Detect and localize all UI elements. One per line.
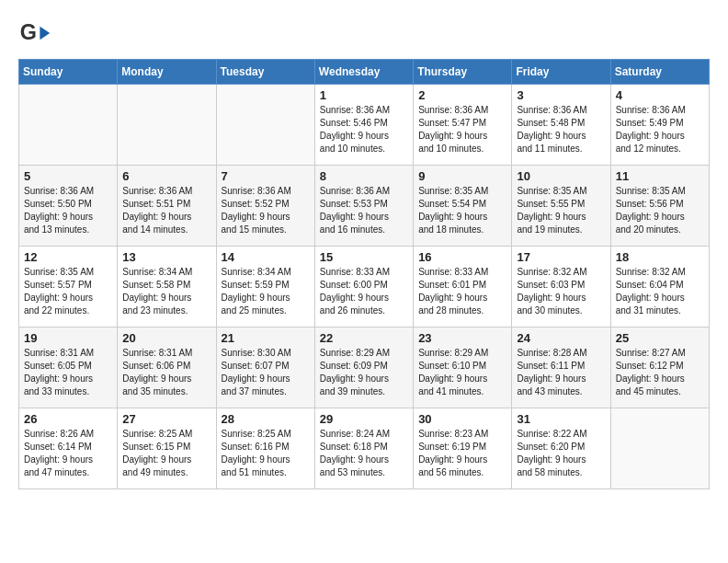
week-row-5: 26Sunrise: 8:26 AMSunset: 6:14 PMDayligh… [19, 408, 710, 489]
day-number: 8 [320, 169, 408, 183]
day-info: Sunrise: 8:33 AMSunset: 6:01 PMDaylight:… [418, 266, 506, 317]
day-info: Sunrise: 8:36 AMSunset: 5:48 PMDaylight:… [517, 104, 605, 155]
day-number: 29 [320, 412, 408, 426]
day-info: Sunrise: 8:29 AMSunset: 6:09 PMDaylight:… [320, 347, 408, 398]
day-number: 7 [222, 169, 310, 183]
weekday-header-friday: Friday [512, 60, 610, 85]
calendar-cell [610, 408, 709, 489]
logo-icon: G [18, 17, 51, 50]
day-number: 11 [616, 169, 704, 183]
calendar-cell: 27Sunrise: 8:25 AMSunset: 6:15 PMDayligh… [118, 408, 216, 489]
day-info: Sunrise: 8:36 AMSunset: 5:51 PMDaylight:… [122, 185, 210, 236]
weekday-header-tuesday: Tuesday [216, 60, 314, 85]
calendar-cell: 18Sunrise: 8:32 AMSunset: 6:04 PMDayligh… [610, 247, 709, 327]
calendar-cell: 14Sunrise: 8:34 AMSunset: 5:59 PMDayligh… [216, 247, 314, 327]
day-number: 5 [24, 169, 112, 183]
svg-text:G: G [20, 20, 37, 44]
day-info: Sunrise: 8:27 AMSunset: 6:12 PMDaylight:… [616, 347, 704, 398]
calendar-table: SundayMondayTuesdayWednesdayThursdayFrid… [18, 59, 710, 489]
calendar-header: SundayMondayTuesdayWednesdayThursdayFrid… [19, 60, 710, 85]
day-number: 28 [222, 412, 310, 426]
day-info: Sunrise: 8:35 AMSunset: 5:54 PMDaylight:… [418, 185, 506, 236]
day-info: Sunrise: 8:28 AMSunset: 6:11 PMDaylight:… [517, 347, 605, 398]
calendar-cell [19, 85, 118, 166]
weekday-header-monday: Monday [118, 60, 216, 85]
day-info: Sunrise: 8:23 AMSunset: 6:19 PMDaylight:… [418, 428, 506, 479]
day-number: 2 [418, 88, 506, 102]
calendar-cell: 7Sunrise: 8:36 AMSunset: 5:52 PMDaylight… [216, 166, 314, 247]
day-number: 25 [616, 331, 704, 345]
weekday-header-wednesday: Wednesday [314, 60, 413, 85]
day-number: 24 [517, 331, 605, 345]
calendar-cell: 23Sunrise: 8:29 AMSunset: 6:10 PMDayligh… [414, 327, 512, 408]
day-info: Sunrise: 8:31 AMSunset: 6:06 PMDaylight:… [122, 347, 210, 398]
calendar-cell: 12Sunrise: 8:35 AMSunset: 5:57 PMDayligh… [19, 247, 118, 327]
day-info: Sunrise: 8:36 AMSunset: 5:46 PMDaylight:… [320, 104, 408, 155]
calendar-body: 1Sunrise: 8:36 AMSunset: 5:46 PMDaylight… [19, 85, 710, 489]
day-number: 6 [122, 169, 210, 183]
day-info: Sunrise: 8:32 AMSunset: 6:03 PMDaylight:… [517, 266, 605, 317]
day-info: Sunrise: 8:32 AMSunset: 6:04 PMDaylight:… [616, 266, 704, 317]
calendar-cell: 3Sunrise: 8:36 AMSunset: 5:48 PMDaylight… [512, 85, 610, 166]
day-number: 23 [418, 331, 506, 345]
day-info: Sunrise: 8:31 AMSunset: 6:05 PMDaylight:… [24, 347, 112, 398]
day-number: 31 [517, 412, 605, 426]
calendar-cell: 11Sunrise: 8:35 AMSunset: 5:56 PMDayligh… [610, 166, 709, 247]
day-number: 30 [418, 412, 506, 426]
day-info: Sunrise: 8:36 AMSunset: 5:50 PMDaylight:… [24, 185, 112, 236]
day-number: 12 [24, 250, 112, 264]
day-number: 15 [320, 250, 408, 264]
calendar-cell: 10Sunrise: 8:35 AMSunset: 5:55 PMDayligh… [512, 166, 610, 247]
day-info: Sunrise: 8:33 AMSunset: 6:00 PMDaylight:… [320, 266, 408, 317]
day-number: 3 [517, 88, 605, 102]
day-number: 26 [24, 412, 112, 426]
calendar-cell: 25Sunrise: 8:27 AMSunset: 6:12 PMDayligh… [610, 327, 709, 408]
calendar-cell: 6Sunrise: 8:36 AMSunset: 5:51 PMDaylight… [118, 166, 216, 247]
day-info: Sunrise: 8:30 AMSunset: 6:07 PMDaylight:… [222, 347, 310, 398]
day-info: Sunrise: 8:35 AMSunset: 5:56 PMDaylight:… [616, 185, 704, 236]
calendar-cell: 1Sunrise: 8:36 AMSunset: 5:46 PMDaylight… [314, 85, 413, 166]
day-info: Sunrise: 8:24 AMSunset: 6:18 PMDaylight:… [320, 428, 408, 479]
weekday-header-sunday: Sunday [19, 60, 118, 85]
header: G [18, 17, 710, 50]
weekday-header-saturday: Saturday [610, 60, 709, 85]
day-number: 21 [222, 331, 310, 345]
day-info: Sunrise: 8:22 AMSunset: 6:20 PMDaylight:… [517, 428, 605, 479]
day-info: Sunrise: 8:26 AMSunset: 6:14 PMDaylight:… [24, 428, 112, 479]
day-info: Sunrise: 8:36 AMSunset: 5:47 PMDaylight:… [418, 104, 506, 155]
calendar-cell: 28Sunrise: 8:25 AMSunset: 6:16 PMDayligh… [216, 408, 314, 489]
calendar-cell: 17Sunrise: 8:32 AMSunset: 6:03 PMDayligh… [512, 247, 610, 327]
day-info: Sunrise: 8:35 AMSunset: 5:57 PMDaylight:… [24, 266, 112, 317]
calendar-cell: 20Sunrise: 8:31 AMSunset: 6:06 PMDayligh… [118, 327, 216, 408]
day-info: Sunrise: 8:36 AMSunset: 5:52 PMDaylight:… [222, 185, 310, 236]
page: G SundayMondayTuesdayWednesdayThursdayFr… [0, 0, 728, 563]
calendar-cell: 13Sunrise: 8:34 AMSunset: 5:58 PMDayligh… [118, 247, 216, 327]
day-info: Sunrise: 8:36 AMSunset: 5:49 PMDaylight:… [616, 104, 704, 155]
calendar-cell: 16Sunrise: 8:33 AMSunset: 6:01 PMDayligh… [414, 247, 512, 327]
calendar-cell: 29Sunrise: 8:24 AMSunset: 6:18 PMDayligh… [314, 408, 413, 489]
calendar-cell [216, 85, 314, 166]
calendar-cell: 2Sunrise: 8:36 AMSunset: 5:47 PMDaylight… [414, 85, 512, 166]
calendar-cell: 21Sunrise: 8:30 AMSunset: 6:07 PMDayligh… [216, 327, 314, 408]
week-row-2: 5Sunrise: 8:36 AMSunset: 5:50 PMDaylight… [19, 166, 710, 247]
day-number: 17 [517, 250, 605, 264]
day-info: Sunrise: 8:25 AMSunset: 6:15 PMDaylight:… [122, 428, 210, 479]
calendar-cell: 4Sunrise: 8:36 AMSunset: 5:49 PMDaylight… [610, 85, 709, 166]
day-number: 9 [418, 169, 506, 183]
day-info: Sunrise: 8:35 AMSunset: 5:55 PMDaylight:… [517, 185, 605, 236]
day-number: 19 [24, 331, 112, 345]
week-row-1: 1Sunrise: 8:36 AMSunset: 5:46 PMDaylight… [19, 85, 710, 166]
calendar-cell: 26Sunrise: 8:26 AMSunset: 6:14 PMDayligh… [19, 408, 118, 489]
day-number: 10 [517, 169, 605, 183]
calendar-cell: 22Sunrise: 8:29 AMSunset: 6:09 PMDayligh… [314, 327, 413, 408]
weekday-header-thursday: Thursday [414, 60, 512, 85]
calendar-cell [118, 85, 216, 166]
day-number: 22 [320, 331, 408, 345]
day-number: 1 [320, 88, 408, 102]
calendar-cell: 9Sunrise: 8:35 AMSunset: 5:54 PMDaylight… [414, 166, 512, 247]
weekday-header-row: SundayMondayTuesdayWednesdayThursdayFrid… [19, 60, 710, 85]
week-row-3: 12Sunrise: 8:35 AMSunset: 5:57 PMDayligh… [19, 247, 710, 327]
week-row-4: 19Sunrise: 8:31 AMSunset: 6:05 PMDayligh… [19, 327, 710, 408]
day-info: Sunrise: 8:34 AMSunset: 5:59 PMDaylight:… [222, 266, 310, 317]
day-info: Sunrise: 8:29 AMSunset: 6:10 PMDaylight:… [418, 347, 506, 398]
